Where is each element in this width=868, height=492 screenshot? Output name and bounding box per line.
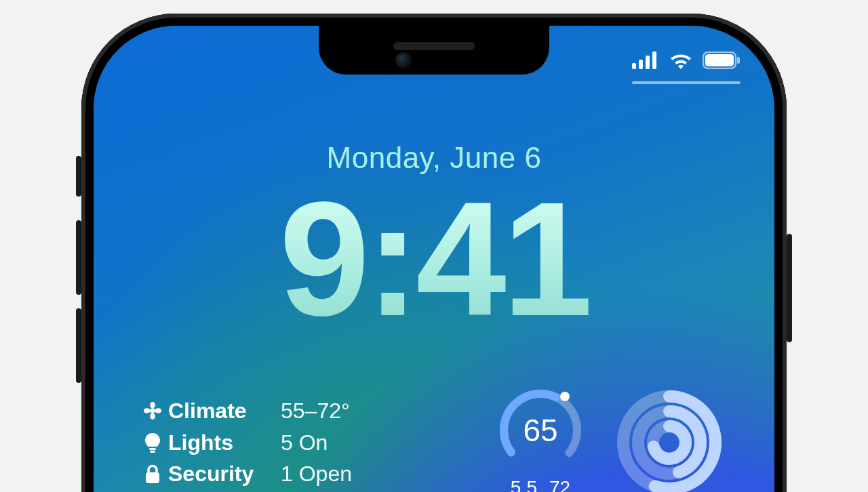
svg-rect-6 xyxy=(737,57,740,64)
home-row-value: 55–72° xyxy=(281,398,376,424)
svg-point-7 xyxy=(151,409,155,413)
bulb-icon xyxy=(141,430,164,455)
fan-icon xyxy=(141,398,164,424)
status-underline xyxy=(632,81,741,84)
svg-rect-1 xyxy=(639,60,643,69)
volume-down-button xyxy=(76,308,81,383)
svg-rect-10 xyxy=(146,472,159,483)
svg-rect-5 xyxy=(705,54,734,66)
mute-switch xyxy=(76,156,81,197)
svg-rect-9 xyxy=(150,451,155,453)
battery-icon xyxy=(703,52,741,69)
lock-icon xyxy=(141,462,164,487)
temperature-widget[interactable]: 65 5572 xyxy=(483,386,598,492)
lock-screen[interactable]: Monday, June 6 9:41 Climate 55–72° xyxy=(94,26,774,492)
temperature-range: 5572 xyxy=(483,477,598,492)
status-bar xyxy=(632,52,741,69)
svg-rect-3 xyxy=(652,52,656,69)
home-row-label: Security xyxy=(168,462,277,487)
home-row-value: 5 On xyxy=(281,430,376,455)
home-summary-widget[interactable]: Climate 55–72° Lights 5 On xyxy=(141,398,376,487)
phone-frame: Monday, June 6 9:41 Climate 55–72° xyxy=(81,14,787,492)
cellular-icon xyxy=(632,52,659,69)
activity-rings-widget[interactable] xyxy=(612,385,727,492)
home-row-label: Climate xyxy=(168,398,277,424)
svg-rect-8 xyxy=(149,448,156,450)
widget-row: Climate 55–72° Lights 5 On xyxy=(141,385,727,492)
temperature-high: 72 xyxy=(549,477,570,492)
volume-up-button xyxy=(76,220,81,295)
home-row-label: Lights xyxy=(168,430,277,455)
temperature-current: 65 xyxy=(496,386,585,474)
notch xyxy=(319,26,549,75)
earpiece-speaker xyxy=(393,42,475,50)
power-button xyxy=(787,234,792,342)
home-row-value: 1 Open xyxy=(281,462,376,487)
front-camera xyxy=(393,50,414,70)
lockscreen-time: 9:41 xyxy=(94,182,774,336)
svg-rect-2 xyxy=(646,56,650,69)
svg-rect-0 xyxy=(632,63,636,69)
wifi-icon xyxy=(669,52,693,69)
temperature-low: 55 xyxy=(511,477,542,492)
